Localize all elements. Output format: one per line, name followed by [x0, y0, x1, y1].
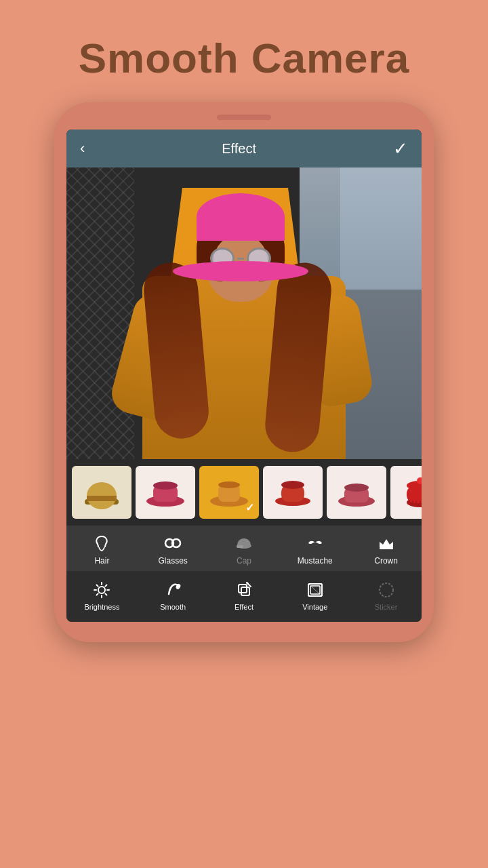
svg-point-8	[218, 481, 240, 488]
svg-line-41	[106, 593, 107, 595]
svg-marker-33	[380, 539, 393, 547]
hat-strip: ✓	[66, 459, 422, 526]
toolbar-smooth-label: Smooth	[160, 603, 186, 611]
toolbar-sticker[interactable]: Sticker	[350, 580, 422, 611]
hat-thumb-1[interactable]	[72, 466, 131, 519]
svg-rect-45	[239, 585, 247, 593]
toolbar-brightness-label: Brightness	[84, 603, 119, 611]
svg-point-35	[98, 587, 105, 593]
category-crown[interactable]: Crown	[350, 534, 422, 566]
phone-speaker	[217, 115, 271, 120]
category-mustache[interactable]: Mustache	[279, 534, 350, 566]
smooth-icon	[163, 580, 182, 599]
svg-rect-2	[87, 496, 117, 501]
app-title: Smooth Camera	[79, 34, 409, 82]
hair-icon	[92, 534, 111, 553]
selected-checkmark: ✓	[245, 501, 254, 514]
effect-icon	[235, 580, 253, 599]
category-crown-label: Crown	[374, 556, 398, 566]
toolbar-vintage-label: Vintage	[302, 603, 327, 611]
category-mustache-label: Mustache	[298, 556, 333, 566]
back-button[interactable]: ‹	[80, 140, 85, 157]
toolbar-effect[interactable]: Effect	[209, 580, 280, 611]
hat-thumb-4[interactable]	[263, 466, 323, 519]
category-row: Hair Glasses Cap	[66, 526, 422, 571]
svg-point-14	[344, 484, 369, 492]
svg-rect-32	[237, 545, 243, 548]
category-glasses[interactable]: Glasses	[138, 534, 209, 566]
svg-rect-34	[380, 547, 393, 549]
toolbar-vintage[interactable]: Vintage	[279, 580, 350, 611]
category-hair[interactable]: Hair	[66, 534, 138, 566]
hat-thumb-3[interactable]: ✓	[199, 466, 259, 519]
svg-point-5	[153, 481, 178, 490]
glasses-icon	[163, 534, 182, 553]
cap-icon	[235, 534, 253, 553]
toolbar-brightness[interactable]: Brightness	[66, 580, 138, 611]
svg-rect-46	[241, 587, 249, 595]
phone-screen: ‹ Effect ✓	[66, 130, 422, 622]
category-hair-label: Hair	[94, 556, 109, 566]
svg-line-42	[106, 585, 107, 587]
hat-thumb-5[interactable]	[327, 466, 386, 519]
brightness-icon	[92, 580, 111, 599]
phone-shell: ‹ Effect ✓	[54, 102, 434, 642]
svg-line-40	[97, 585, 98, 587]
hat-thumb-6[interactable]	[390, 466, 422, 519]
bottom-toolbar: Brightness Smooth Effect	[66, 571, 422, 622]
sticker-icon	[377, 580, 396, 599]
toolbar-sticker-label: Sticker	[375, 603, 398, 611]
category-cap[interactable]: Cap	[209, 534, 280, 566]
category-glasses-label: Glasses	[159, 556, 188, 566]
confirm-button[interactable]: ✓	[393, 138, 408, 159]
svg-point-11	[281, 481, 304, 489]
photo-area	[66, 167, 422, 459]
svg-point-48	[246, 583, 248, 585]
svg-point-53	[380, 583, 393, 597]
mustache-icon	[306, 534, 325, 553]
toolbar-effect-label: Effect	[235, 603, 253, 611]
fence-background	[66, 167, 134, 459]
top-bar: ‹ Effect ✓	[66, 130, 422, 167]
category-cap-label: Cap	[237, 556, 251, 566]
svg-line-43	[97, 593, 98, 595]
crown-icon	[377, 534, 396, 553]
vintage-icon	[306, 580, 325, 599]
toolbar-smooth[interactable]: Smooth	[138, 580, 209, 611]
pink-hat-overlay	[173, 193, 308, 261]
screen-title: Effect	[222, 141, 256, 157]
hat-thumb-2[interactable]	[136, 466, 195, 519]
